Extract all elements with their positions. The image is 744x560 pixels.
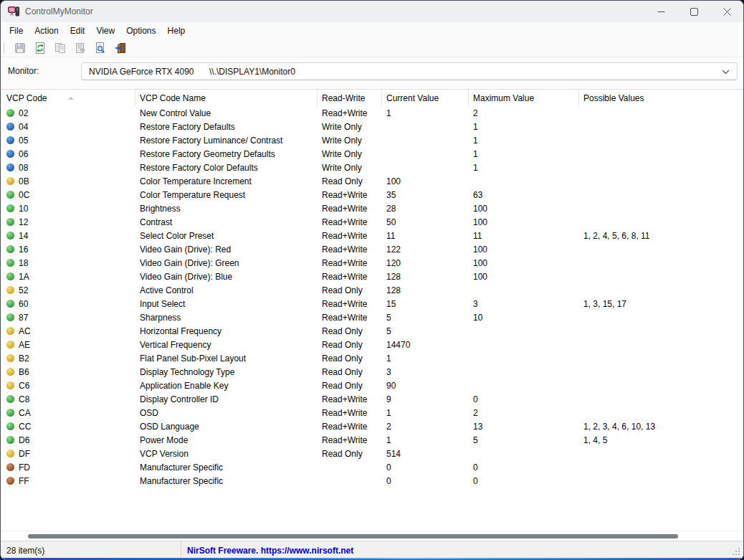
menu-item-view[interactable]: View bbox=[90, 24, 120, 38]
maximum-value-cell: 5 bbox=[469, 435, 579, 445]
table-row[interactable]: FDManufacturer Specific00 bbox=[1, 460, 743, 474]
vcp-code: CA bbox=[19, 408, 31, 418]
table-row[interactable]: C8Display Controller IDRead+Write90 bbox=[1, 392, 743, 406]
vcp-code-cell: B2 bbox=[1, 353, 135, 364]
vcp-code: FD bbox=[19, 462, 30, 473]
read-write-cell: Read+Write bbox=[318, 394, 382, 404]
table-row[interactable]: 60Input SelectRead+Write1531, 3, 15, 17 bbox=[1, 297, 743, 310]
monitor-select[interactable]: NVIDIA GeForce RTX 4090 \\.\DISPLAY1\Mon… bbox=[81, 62, 738, 80]
read-write-cell: Read Only bbox=[318, 449, 382, 459]
column-header-vcp-code-name[interactable]: VCP Code Name bbox=[135, 90, 318, 106]
current-value-cell: 5 bbox=[382, 326, 469, 336]
copy-button[interactable] bbox=[52, 40, 68, 56]
table-row[interactable]: C6Application Enable KeyRead Only90 bbox=[1, 379, 743, 392]
table-row[interactable]: 12ContrastRead+Write50100 bbox=[1, 215, 743, 229]
table-row[interactable]: 87SharpnessRead+Write510 bbox=[1, 310, 743, 324]
table-row[interactable]: 1AVideo Gain (Drive): BlueRead+Write1281… bbox=[1, 270, 743, 283]
maximum-value-cell: 10 bbox=[469, 313, 579, 323]
window-bottom-border bbox=[1, 558, 743, 559]
current-value-cell: 14470 bbox=[382, 340, 469, 350]
table-row[interactable]: CAOSDRead+Write12 bbox=[1, 406, 743, 419]
table-row[interactable]: CCOSD LanguageRead+Write2131, 2, 3, 4, 6… bbox=[1, 419, 743, 433]
table-row[interactable]: B2Flat Panel Sub-Pixel LayoutRead Only1 bbox=[1, 351, 743, 365]
table-row[interactable]: 02New Control ValueRead+Write12 bbox=[1, 106, 743, 120]
refresh-icon bbox=[34, 42, 46, 54]
table-header: VCP CodeVCP Code NameRead-WriteCurrent V… bbox=[1, 90, 743, 106]
current-value-cell: 1 bbox=[382, 353, 469, 364]
monitor-label: Monitor: bbox=[8, 66, 39, 76]
table-row[interactable]: 14Select Color PresetRead+Write11111, 2,… bbox=[1, 229, 743, 242]
refresh-button[interactable] bbox=[32, 40, 48, 56]
column-header-maximum-value[interactable]: Maximum Value bbox=[469, 90, 579, 106]
monitor-device-path: \\.\DISPLAY1\Monitor0 bbox=[209, 67, 295, 77]
table-row[interactable]: DFVCP VersionRead Only514 bbox=[1, 447, 743, 460]
column-header-current-value[interactable]: Current Value bbox=[382, 90, 469, 106]
minimize-icon bbox=[657, 8, 665, 16]
find-button[interactable] bbox=[92, 40, 108, 56]
current-value-cell: 1 bbox=[382, 435, 469, 445]
sort-ascending-icon bbox=[68, 97, 74, 100]
table-row[interactable]: AEVertical FrequencyRead Only14470 bbox=[1, 338, 743, 351]
save-button[interactable] bbox=[12, 40, 28, 56]
horizontal-scrollbar-thumb[interactable] bbox=[28, 534, 678, 538]
menu-item-action[interactable]: Action bbox=[29, 24, 64, 38]
vcp-code-name-cell: VCP Version bbox=[135, 449, 318, 459]
vcp-code-cell: 02 bbox=[1, 108, 135, 118]
table-row[interactable]: FFManufacturer Specific00 bbox=[1, 474, 743, 488]
menu-item-help[interactable]: Help bbox=[162, 24, 191, 38]
menu-item-options[interactable]: Options bbox=[120, 24, 161, 38]
status-dot-icon bbox=[6, 136, 14, 144]
table-row[interactable]: 18Video Gain (Drive): GreenRead+Write120… bbox=[1, 256, 743, 270]
current-value-cell: 1 bbox=[382, 108, 469, 118]
monitor-device-name: NVIDIA GeForce RTX 4090 bbox=[89, 67, 209, 77]
current-value-cell: 122 bbox=[382, 245, 469, 255]
vcp-code-name-cell: Manufacturer Specific bbox=[135, 462, 318, 473]
status-dot-icon bbox=[6, 191, 14, 199]
vcp-code-name-cell: Restore Factory Defaults bbox=[135, 122, 318, 132]
column-header-read-write[interactable]: Read-Write bbox=[318, 90, 382, 106]
nirsoft-freeware-link[interactable]: NirSoft Freeware. https://www.nirsoft.ne… bbox=[181, 541, 353, 559]
status-dot-icon bbox=[6, 150, 14, 158]
table-row[interactable]: 16Video Gain (Drive): RedRead+Write12210… bbox=[1, 242, 743, 256]
find-icon bbox=[95, 42, 106, 54]
vcp-code: 16 bbox=[19, 245, 28, 255]
maximum-value-cell: 13 bbox=[469, 422, 579, 432]
table-row[interactable]: ACHorizontal FrequencyRead Only5 bbox=[1, 324, 743, 338]
horizontal-scrollbar[interactable] bbox=[1, 531, 743, 541]
table-row[interactable]: 05Restore Factory Luminance/ ContrastWri… bbox=[1, 133, 743, 147]
table-row[interactable]: D6Power ModeRead+Write151, 4, 5 bbox=[1, 433, 743, 447]
current-value-cell: 128 bbox=[382, 272, 469, 282]
column-header-possible-values[interactable]: Possible Values bbox=[579, 90, 743, 106]
menu-item-edit[interactable]: Edit bbox=[65, 24, 91, 38]
minimize-button[interactable] bbox=[644, 1, 677, 22]
exit-button[interactable] bbox=[113, 40, 128, 56]
column-header-label: VCP Code Name bbox=[140, 93, 206, 103]
table-row[interactable]: 04Restore Factory DefaultsWrite Only1 bbox=[1, 120, 743, 133]
status-dot-icon bbox=[6, 463, 14, 471]
table-row[interactable]: 52Active ControlRead Only128 bbox=[1, 283, 743, 297]
title-bar: ControlMyMonitor bbox=[1, 1, 743, 22]
table-row[interactable]: 0CColor Temperature RequestRead+Write356… bbox=[1, 188, 743, 201]
resize-grip[interactable] bbox=[732, 547, 741, 556]
maximum-value-cell: 0 bbox=[469, 462, 579, 473]
table-row[interactable]: 0BColor Temperature IncrementRead Only10… bbox=[1, 174, 743, 188]
maximum-value-cell: 100 bbox=[469, 272, 579, 282]
vcp-code-cell: AE bbox=[1, 340, 135, 350]
menu-item-file[interactable]: File bbox=[4, 24, 29, 38]
column-header-label: Current Value bbox=[386, 93, 439, 103]
column-header-vcp-code[interactable]: VCP Code bbox=[1, 90, 135, 106]
close-button[interactable] bbox=[710, 1, 743, 22]
status-dot-icon bbox=[6, 177, 14, 185]
table-row[interactable]: 10BrightnessRead+Write28100 bbox=[1, 201, 743, 215]
vcp-code: 14 bbox=[19, 231, 28, 241]
vcp-code-name-cell: Application Enable Key bbox=[135, 381, 318, 391]
table-row[interactable]: 06Restore Factory Geometry DefaultsWrite… bbox=[1, 147, 743, 161]
status-dot-icon bbox=[6, 395, 14, 403]
maximize-button[interactable] bbox=[677, 1, 710, 22]
properties-button[interactable] bbox=[72, 40, 88, 56]
vcp-code-name-cell: Flat Panel Sub-Pixel Layout bbox=[135, 353, 318, 364]
table-row[interactable]: 08Restore Factory Color DefaultsWrite On… bbox=[1, 161, 743, 174]
read-write-cell: Read Only bbox=[318, 367, 382, 377]
vcp-code: AE bbox=[19, 340, 30, 350]
table-row[interactable]: B6Display Technology TypeRead Only3 bbox=[1, 365, 743, 379]
